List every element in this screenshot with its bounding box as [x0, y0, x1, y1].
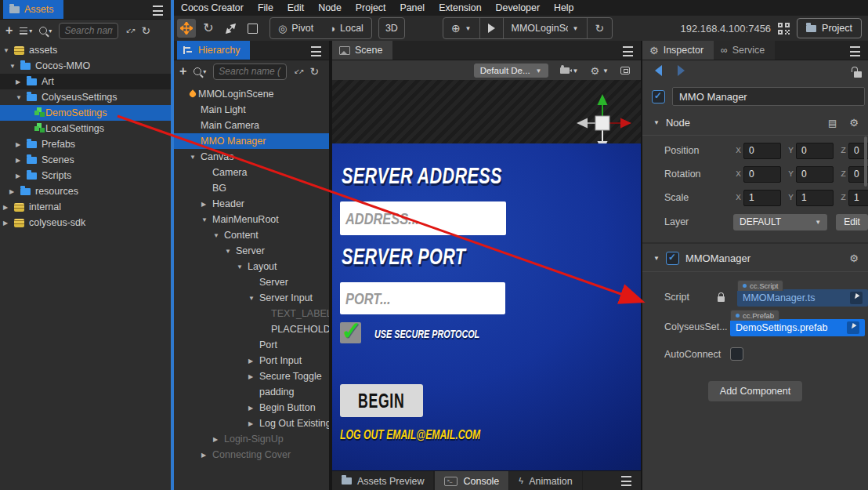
preview-target-button[interactable]: ⊕▼	[443, 18, 479, 38]
tree-item-art[interactable]: Art	[0, 74, 171, 89]
menu-item-file[interactable]: File	[251, 2, 280, 13]
menu-item-help[interactable]: Help	[547, 2, 580, 13]
assets-search-input[interactable]	[59, 23, 118, 39]
search-filter-button[interactable]: ▾	[39, 27, 52, 34]
tree-item-server-input[interactable]: Server Input	[174, 290, 329, 306]
tree-expand-icon[interactable]	[248, 358, 259, 365]
tree-expand-icon[interactable]	[213, 232, 224, 239]
scrollbar[interactable]	[864, 136, 867, 187]
move-tool-button[interactable]	[177, 19, 196, 38]
tree-expand-icon[interactable]	[3, 220, 14, 227]
tree-item-prefabs[interactable]: Prefabs	[0, 136, 171, 152]
tree-item-mmo-manager[interactable]: MMO Manager	[174, 133, 329, 149]
tree-expand-icon[interactable]	[201, 201, 212, 208]
tab-animation[interactable]: ϟAnimation	[509, 471, 582, 490]
logout-text[interactable]: LOG OUT EMAIL@EMAIL.COM	[340, 427, 535, 443]
scene-viewport[interactable]	[332, 80, 641, 143]
menu-item-node[interactable]: Node	[311, 2, 349, 13]
tree-item-localsettings[interactable]: LocalSettings	[0, 121, 171, 136]
tree-item-colyseussettings[interactable]: ColyseusSettings	[0, 89, 171, 105]
tree-expand-icon[interactable]	[201, 452, 212, 459]
menu-item-edit[interactable]: Edit	[280, 2, 311, 13]
tree-item-assets[interactable]: assets	[0, 42, 171, 58]
tree-item-mmologinscene[interactable]: MMOLoginScene	[174, 86, 329, 102]
menu-item-project[interactable]: Project	[349, 2, 393, 13]
tree-expand-icon[interactable]	[201, 216, 212, 223]
tree-item-placeholde[interactable]: PLACEHOLDE	[174, 321, 329, 337]
tab-service[interactable]: ∞Service	[714, 41, 775, 60]
tab-assets-preview[interactable]: Assets Preview	[332, 471, 434, 490]
address-input[interactable]: ADDRESS...	[340, 201, 506, 235]
tab-console[interactable]: >_Console	[434, 471, 509, 490]
script-ref-field[interactable]: MMOManager.ts	[737, 289, 868, 307]
scale-y-input[interactable]	[796, 190, 834, 206]
rect-tool-button[interactable]	[243, 19, 262, 38]
tree-item-scenes[interactable]: Scenes	[0, 152, 171, 168]
tree-item-layout[interactable]: Layout	[174, 259, 329, 274]
panel-menu-icon[interactable]	[153, 5, 163, 16]
tree-expand-icon[interactable]	[248, 420, 259, 427]
refresh-icon[interactable]: ↻	[141, 25, 150, 36]
history-forward-icon[interactable]	[678, 65, 685, 76]
tree-expand-icon[interactable]	[9, 63, 20, 70]
panel-menu-icon[interactable]	[621, 476, 631, 486]
gear-icon[interactable]: ⚙	[849, 118, 859, 128]
position-y-input[interactable]	[796, 143, 834, 159]
tree-item-mainmenuroot[interactable]: MainMenuRoot	[174, 212, 329, 227]
search-filter-button[interactable]: ▾	[193, 67, 206, 75]
tree-item-server[interactable]: Server	[174, 274, 329, 290]
tree-expand-icon[interactable]	[225, 248, 236, 255]
scene-select-dropdown[interactable]: MMOLoginSc...▼	[503, 18, 587, 38]
tree-expand-icon[interactable]	[16, 141, 27, 148]
secure-protocol-checkbox[interactable]	[340, 322, 361, 343]
tab-hierarchy[interactable]: Hierarchy	[177, 41, 250, 60]
tree-expand-icon[interactable]	[9, 188, 20, 195]
node-enabled-checkbox[interactable]	[652, 90, 665, 103]
tree-item-resources[interactable]: resources	[0, 183, 171, 199]
tab-scene[interactable]: Scene	[332, 41, 392, 60]
tree-item-port-input[interactable]: Port Input	[174, 353, 329, 368]
tree-item-camera[interactable]: Camera	[174, 165, 329, 180]
gear-icon[interactable]: ⚙	[849, 253, 859, 263]
tree-item-connecting-cover[interactable]: Connecting Cover	[174, 447, 329, 463]
3d-mode-button[interactable]: 3D	[378, 17, 405, 39]
play-button[interactable]	[479, 18, 503, 38]
tree-item-cocos-mmo[interactable]: Cocos-MMO	[0, 58, 171, 74]
layer-dropdown[interactable]: DEFAULT▼	[733, 214, 827, 230]
tree-item-canvas[interactable]: Canvas	[174, 149, 329, 165]
tree-item-main-light[interactable]: Main Light	[174, 102, 329, 118]
add-component-button[interactable]: Add Component	[708, 381, 802, 401]
tree-item-server[interactable]: Server	[174, 243, 329, 259]
tree-expand-icon[interactable]	[248, 295, 259, 302]
position-x-input[interactable]	[743, 143, 781, 159]
reload-button[interactable]: ↻	[587, 18, 613, 38]
menu-item-developer[interactable]: Developer	[489, 2, 547, 13]
scale-x-input[interactable]	[743, 190, 781, 206]
lock-toggle[interactable]	[854, 67, 862, 81]
pivot-button[interactable]: ◎Pivot	[270, 18, 321, 38]
tree-expand-icon[interactable]	[16, 172, 27, 180]
tree-item-colyseus-sdk[interactable]: colyseus-sdk	[0, 215, 171, 230]
tree-item-text-label[interactable]: TEXT_LABEL	[174, 306, 329, 321]
tree-expand-icon[interactable]	[237, 263, 248, 270]
component-enabled-checkbox[interactable]	[666, 252, 679, 265]
tab-assets[interactable]: Assets	[3, 0, 63, 19]
tree-expand-icon[interactable]	[16, 78, 27, 85]
layer-edit-button[interactable]: Edit	[836, 214, 868, 230]
menu-item-cocos-creator[interactable]: Cocos Creator	[174, 2, 251, 13]
collapse-all-icon[interactable]: ↙↗	[294, 67, 302, 75]
tree-expand-icon[interactable]	[190, 154, 201, 161]
tree-item-padding[interactable]: padding	[174, 384, 329, 400]
component-header[interactable]: ▼ MMOManager ⚙	[653, 252, 859, 265]
tree-item-login-signup[interactable]: Login-SignUp	[174, 431, 329, 447]
tree-expand-icon[interactable]	[213, 436, 224, 443]
tree-expand-icon[interactable]	[16, 94, 27, 101]
tree-item-log-out-existing[interactable]: Log Out Existing	[174, 416, 329, 431]
sort-button[interactable]: ▾	[20, 27, 32, 34]
panel-menu-icon[interactable]	[311, 46, 321, 56]
tree-expand-icon[interactable]	[3, 204, 14, 211]
display-mode-dropdown[interactable]: Default De...▼	[474, 64, 548, 78]
tree-item-main-camera[interactable]: Main Camera	[174, 118, 329, 133]
camera-settings-button[interactable]: ▼	[560, 67, 579, 74]
local-button[interactable]: ◑Local	[321, 18, 371, 38]
